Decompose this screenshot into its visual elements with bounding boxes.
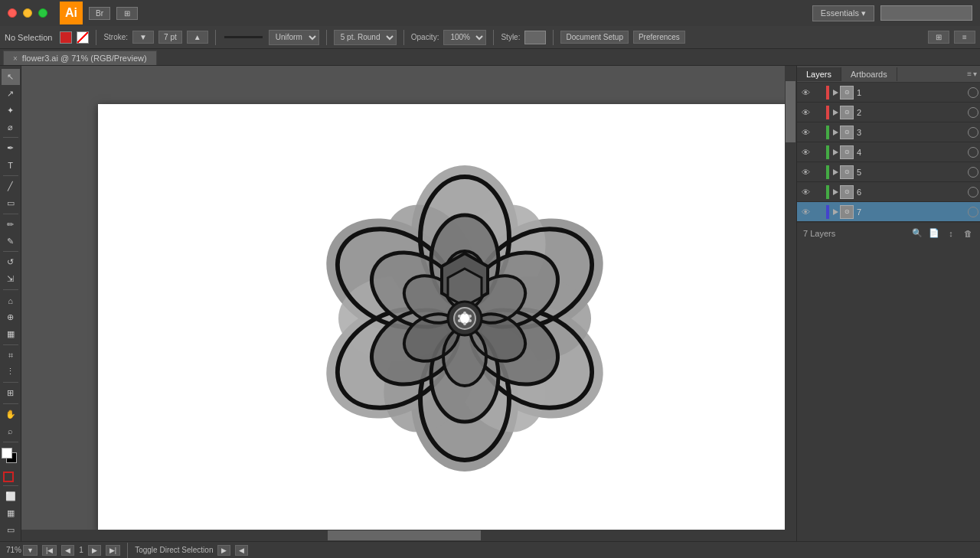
document-tab[interactable]: × flower3.ai @ 71% (RGB/Preview) [3,51,157,65]
layer-row[interactable]: 👁 ⊙ 3 [797,122,980,142]
layer-lock-icon[interactable] [812,86,826,100]
layer-row[interactable]: 👁 ⊙ 1 [797,83,980,103]
prev-page-button[interactable]: ◀ [61,545,74,556]
fill-swatch[interactable] [77,31,89,44]
shape-builder-tool[interactable]: ⊕ [2,309,20,325]
toggle-play-button[interactable]: ▶ [217,545,230,556]
zoom-down-button[interactable]: ▼ [23,545,38,556]
maximize-button[interactable] [38,8,47,18]
layer-lock-icon[interactable] [812,185,826,199]
layer-target-dot[interactable] [968,107,978,118]
workspace-icon[interactable]: ⊞ [928,31,949,44]
zoom-tool[interactable]: ⌕ [2,423,20,439]
layer-lock-icon[interactable] [812,126,826,139]
add-layer-icon[interactable]: 📄 [928,227,940,240]
minimize-button[interactable] [23,8,32,18]
layer-expand-icon[interactable] [831,108,840,117]
layer-target-dot[interactable] [968,127,978,138]
layer-expand-icon[interactable] [831,128,840,137]
layer-eye-icon[interactable]: 👁 [799,106,812,119]
opacity-select[interactable]: 100% [443,30,486,45]
layer-target-dot[interactable] [968,167,978,178]
direct-selection-tool[interactable]: ↗ [2,86,20,102]
layer-row[interactable]: 👁 ⊙ 5 [797,162,980,182]
layer-lock-icon[interactable] [812,205,826,219]
arrange-workspace[interactable]: ≡ [954,31,975,44]
cap-style-select[interactable]: 5 pt. Round [334,30,397,45]
first-page-button[interactable]: |◀ [42,545,57,556]
stroke-value[interactable]: 7 pt [158,31,182,44]
layer-row[interactable]: 👁 ⊙ 2 [797,103,980,122]
stroke-down-button[interactable]: ▼ [132,31,154,44]
warp-tool[interactable]: ⌂ [2,292,20,308]
last-page-button[interactable]: ▶| [106,545,120,556]
horizontal-scroll-thumb[interactable] [328,530,481,540]
layer-lock-icon[interactable] [812,106,826,119]
rectangle-tool[interactable]: ▭ [2,195,20,211]
drawing-mode[interactable]: ▦ [2,505,20,521]
magic-wand-tool[interactable]: ✦ [2,103,20,119]
layer-eye-icon[interactable]: 👁 [799,86,812,100]
layer-expand-icon[interactable] [831,188,840,197]
layers-tab[interactable]: Layers [797,67,841,81]
rotate-tool[interactable]: ↺ [2,254,20,270]
essentials-button[interactable]: Essentials ▾ [812,5,874,21]
selection-tool[interactable]: ↖ [2,69,20,85]
layer-expand-icon[interactable] [831,88,840,97]
blend-tool[interactable]: ⋮ [2,364,20,380]
canvas-area[interactable] [21,66,796,541]
panel-menu-icon[interactable]: ≡ [967,70,972,78]
layer-expand-icon[interactable] [831,148,840,157]
panel-flyout-icon[interactable]: ▾ [973,70,977,78]
layer-expand-icon[interactable] [831,168,840,177]
preferences-button[interactable]: Preferences [633,31,685,44]
line-tool[interactable]: ╱ [2,178,20,194]
layer-target-dot[interactable] [968,187,978,197]
pen-tool[interactable]: ✒ [2,140,20,156]
arrange-button[interactable]: ⊞ [116,7,138,20]
bridge-button[interactable]: Br [89,7,110,20]
eyedropper-tool[interactable]: ⌗ [2,348,20,364]
close-button[interactable] [8,8,17,18]
layer-target-dot[interactable] [968,207,978,217]
hand-tool[interactable]: ✋ [2,406,20,423]
graph-tool[interactable]: ▦ [2,326,20,342]
tab-close-button[interactable]: × [13,54,18,63]
next-page-button[interactable]: ▶ [88,545,101,556]
document-setup-button[interactable]: Document Setup [560,31,629,44]
layer-target-dot[interactable] [968,147,978,158]
toggle-stop-button[interactable]: ◀ [235,545,248,556]
layer-eye-icon[interactable]: 👁 [799,205,812,219]
layer-eye-icon[interactable]: 👁 [799,145,812,159]
delete-layer-icon[interactable]: 🗑 [962,227,974,240]
horizontal-scrollbar[interactable] [21,530,785,541]
vertical-scroll-thumb[interactable] [786,81,795,142]
pencil-tool[interactable]: ✎ [2,233,20,250]
layer-row[interactable]: 👁 ⊙ 4 [797,142,980,162]
layer-lock-icon[interactable] [812,165,826,179]
artboards-tab[interactable]: Artboards [841,67,897,81]
stroke-up-button[interactable]: ▲ [187,31,208,44]
layer-lock-icon[interactable] [812,145,826,159]
layer-eye-icon[interactable]: 👁 [799,185,812,199]
layer-row[interactable]: 👁 ⊙ 6 [797,182,980,202]
move-to-layer-icon[interactable]: ↕ [945,227,957,240]
foreground-color-swatch[interactable] [2,448,12,458]
stroke-color-indicator[interactable] [3,472,14,482]
stroke-swatch[interactable] [60,31,72,44]
layer-expand-icon[interactable] [831,207,840,217]
search-layers-icon[interactable]: 🔍 [911,227,923,240]
scale-tool[interactable]: ⇲ [2,271,20,287]
lasso-tool[interactable]: ⌀ [2,119,20,135]
stroke-type-select[interactable]: Uniform [269,30,319,45]
layer-eye-icon[interactable]: 👁 [799,126,812,139]
screen-mode[interactable]: ▭ [2,522,20,538]
normal-mode[interactable]: ⬜ [2,488,20,504]
artboard-tool[interactable]: ⊞ [2,385,20,401]
vertical-scrollbar[interactable] [785,66,796,541]
layer-target-dot[interactable] [968,87,978,98]
paintbrush-tool[interactable]: ✏ [2,217,20,233]
layer-eye-icon[interactable]: 👁 [799,165,812,179]
layer-row[interactable]: 👁 ⊙ 7 [797,202,980,222]
type-tool[interactable]: T [2,157,20,173]
